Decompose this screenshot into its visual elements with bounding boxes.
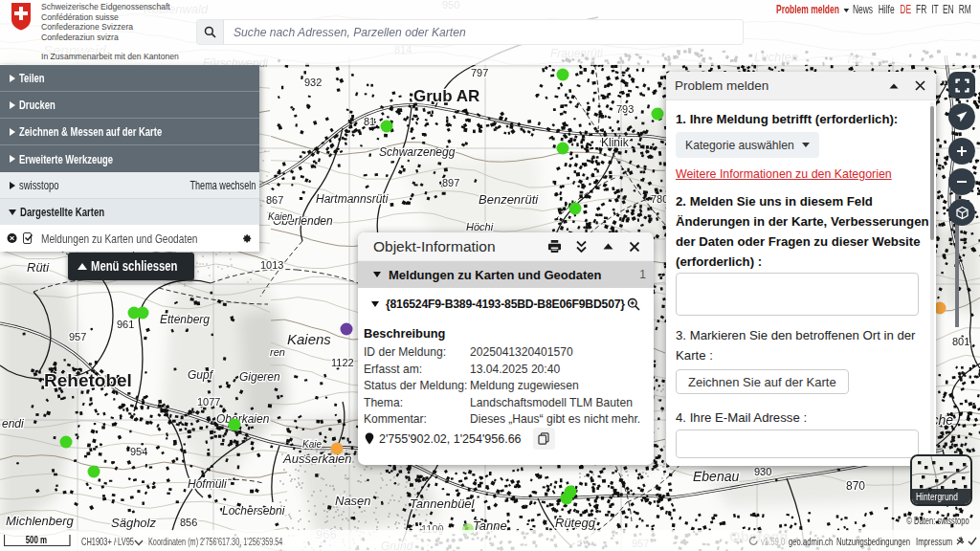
svg-text:ren: ren [270,346,285,358]
svg-text:Tannenbüel: Tannenbüel [410,496,476,511]
svg-text:897: 897 [442,177,459,188]
svg-text:957: 957 [69,331,86,342]
svg-text:1077: 1077 [197,396,220,408]
svg-text:856: 856 [180,517,197,528]
svg-text:Grub AR: Grub AR [413,87,479,105]
svg-text:Nasen: Nasen [335,494,371,508]
svg-text:801: 801 [952,336,969,347]
svg-text:Rehetobel: Rehetobel [44,370,132,390]
svg-text:961: 961 [117,319,134,330]
svg-text:Klinik: Klinik [601,136,630,149]
svg-text:1013: 1013 [260,259,283,271]
svg-text:Gupf: Gupf [188,368,214,382]
svg-text:954: 954 [130,446,147,457]
svg-text:Rütegg: Rütegg [555,516,596,530]
svg-text:Michlenberg: Michlenberg [6,514,75,528]
svg-text:930: 930 [754,466,771,477]
svg-text:Kaie: Kaie [302,439,322,450]
svg-text:Schwarzenegg: Schwarzenegg [379,145,456,159]
svg-text:Hofmüli: Hofmüli [188,477,227,491]
svg-text:867: 867 [266,194,283,206]
svg-text:Ebenau: Ebenau [693,469,739,484]
svg-text:793: 793 [616,103,634,115]
svg-text:Kaien: Kaien [268,211,293,222]
svg-text:870: 870 [846,479,865,493]
svg-text:Lochersebni: Lochersebni [222,504,285,518]
svg-text:Benzenrüti: Benzenrüti [479,192,539,207]
svg-text:Ausserkaien: Ausserkaien [282,452,352,466]
svg-text:1122: 1122 [331,357,354,368]
svg-text:Ettenberg: Ettenberg [160,313,210,326]
svg-text:932: 932 [304,77,322,88]
svg-text:797: 797 [471,67,488,78]
svg-text:81: 81 [364,116,375,127]
svg-text:Hartmannsrüti: Hartmannsrüti [316,192,389,206]
svg-text:endi: endi [2,417,24,430]
svg-text:Rüti: Rüti [27,260,50,275]
svg-text:Höchi: Höchi [466,221,494,232]
svg-text:Kaiens: Kaiens [287,331,331,347]
svg-text:Gigeren: Gigeren [239,370,280,384]
svg-text:Sägholz: Sägholz [111,516,156,530]
svg-text:Oberkaien: Oberkaien [216,412,270,426]
